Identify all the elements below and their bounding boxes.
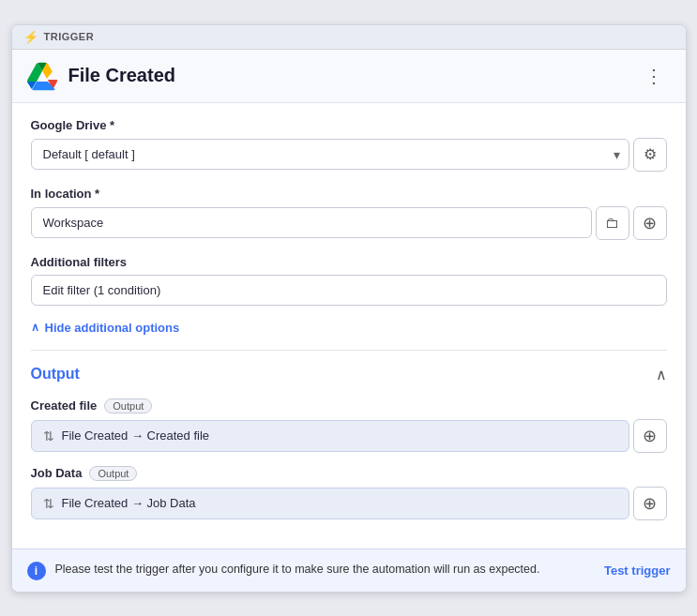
output-item-created-file-header: Created file Output [31, 398, 667, 413]
output-header: Output ∧ [31, 366, 667, 383]
info-icon: i [27, 562, 46, 580]
google-drive-field-row: Default [ default ] ▾ ⚙ [31, 138, 667, 172]
trigger-card: ⚡ TRIGGER File Created ⋮ Google Drive * [11, 24, 687, 593]
output-title: Output [31, 366, 80, 383]
google-drive-select[interactable]: Default [ default ] [31, 139, 629, 170]
google-drive-select-wrapper: Default [ default ] ▾ [31, 139, 629, 170]
job-data-row: ⇅ File Created → Job Data ⊕ [31, 487, 667, 520]
job-data-value: File Created → Job Data [62, 496, 196, 510]
info-text: Please test the trigger after you config… [55, 561, 540, 578]
created-file-label: Created file [31, 398, 98, 413]
folder-icon: 🗀 [605, 215, 619, 231]
job-data-badge: Output [89, 466, 137, 481]
kebab-menu-button[interactable]: ⋮ [637, 61, 671, 91]
plus-circle-icon: ⊕ [643, 213, 657, 233]
job-data-value-box: ⇅ File Created → Job Data [31, 488, 629, 519]
section-divider [31, 350, 667, 351]
toggle-options-label: Hide additional options [45, 321, 180, 335]
card-body: Google Drive * Default [ default ] ▾ ⚙ I… [12, 103, 686, 548]
google-drive-label: Google Drive * [31, 118, 667, 132]
trigger-label: TRIGGER [44, 31, 95, 42]
trigger-banner: ⚡ TRIGGER [12, 25, 686, 50]
additional-filters-input[interactable] [31, 275, 667, 306]
info-banner-left: i Please test the trigger after you conf… [27, 561, 540, 580]
created-file-add-button[interactable]: ⊕ [633, 419, 667, 453]
test-trigger-button[interactable]: Test trigger [604, 563, 671, 578]
output-section: Output ∧ Created file Output ⇅ File Crea… [31, 366, 667, 520]
sort-icon: ⇅ [43, 496, 54, 511]
hide-additional-options-button[interactable]: ∧ Hide additional options [31, 321, 180, 335]
location-field-row: 🗀 ⊕ [31, 206, 667, 240]
plus-circle-icon: ⊕ [643, 426, 657, 446]
location-input[interactable] [31, 207, 592, 238]
created-file-row: ⇅ File Created → Created file ⊕ [31, 419, 667, 453]
chevron-up-icon: ∧ [31, 321, 39, 334]
location-add-button[interactable]: ⊕ [633, 206, 667, 240]
additional-filters-label: Additional filters [31, 255, 667, 269]
google-drive-settings-button[interactable]: ⚙ [633, 138, 667, 172]
created-file-badge: Output [104, 398, 152, 413]
output-item-job-data-header: Job Data Output [31, 466, 667, 481]
location-folder-button[interactable]: 🗀 [596, 206, 629, 240]
page-title: File Created [68, 65, 175, 86]
card-header-left: File Created [27, 61, 175, 91]
location-field-group: In location * 🗀 ⊕ [31, 187, 667, 240]
output-item-job-data: Job Data Output ⇅ File Created → Job Dat… [31, 466, 667, 520]
gear-icon: ⚙ [644, 145, 657, 163]
card-header: File Created ⋮ [12, 50, 686, 103]
output-item-created-file: Created file Output ⇅ File Created → Cre… [31, 398, 667, 453]
created-file-value: File Created → Created file [62, 428, 210, 443]
info-banner: i Please test the trigger after you conf… [12, 548, 686, 592]
created-file-value-box: ⇅ File Created → Created file [31, 420, 629, 452]
chevron-up-icon: ∧ [656, 367, 667, 383]
plus-circle-icon: ⊕ [643, 493, 657, 514]
job-data-add-button[interactable]: ⊕ [633, 487, 667, 520]
additional-filters-group: Additional filters [31, 255, 667, 306]
output-collapse-button[interactable]: ∧ [656, 366, 667, 383]
sort-icon: ⇅ [43, 428, 54, 443]
location-label: In location * [31, 187, 667, 201]
bolt-icon: ⚡ [23, 30, 38, 44]
gdrive-icon [27, 61, 57, 91]
job-data-label: Job Data [31, 466, 83, 480]
google-drive-field-group: Google Drive * Default [ default ] ▾ ⚙ [31, 118, 667, 172]
